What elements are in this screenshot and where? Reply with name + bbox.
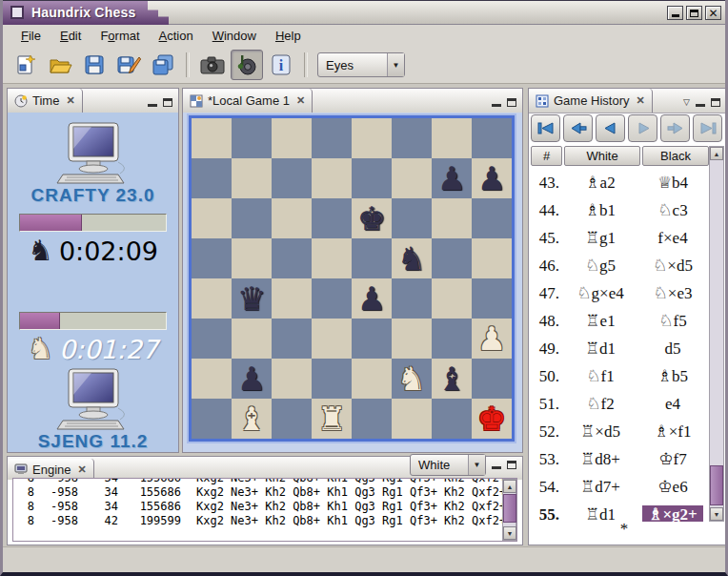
window-close-button[interactable]: ✕ — [705, 6, 721, 20]
board-square[interactable] — [432, 238, 472, 278]
board-square[interactable] — [392, 198, 432, 238]
black-move[interactable]: ♗×f1 — [638, 418, 707, 445]
black-pawn[interactable]: ♟ — [232, 359, 272, 399]
black-bishop[interactable]: ♝ — [432, 359, 472, 399]
white-move[interactable]: ♘g×e4 — [562, 279, 638, 307]
board-square[interactable] — [192, 118, 232, 158]
column-header-number[interactable]: # — [531, 146, 562, 166]
board-square[interactable] — [232, 158, 272, 198]
board-square[interactable] — [232, 118, 272, 158]
scroll-up-icon[interactable]: ▲ — [503, 480, 516, 493]
board-square[interactable] — [432, 319, 472, 359]
black-pawn[interactable]: ♟ — [432, 158, 472, 198]
snapshot-button[interactable] — [196, 50, 229, 80]
black-move[interactable]: d5 — [638, 335, 707, 362]
copy-button[interactable] — [147, 50, 179, 80]
board-square[interactable] — [312, 118, 352, 158]
black-pawn[interactable]: ♟ — [472, 158, 512, 198]
board-square[interactable] — [392, 278, 432, 319]
tab-local-game[interactable]: *Local Game 1 ✕ — [183, 89, 313, 113]
engine-scrollbar[interactable]: ▲ ▼ — [502, 479, 516, 541]
board-square[interactable] — [472, 359, 512, 399]
black-move[interactable]: ♔f7 — [638, 445, 707, 473]
board-square[interactable] — [392, 319, 432, 359]
board-square[interactable] — [272, 399, 312, 439]
menu-item-help[interactable]: Help — [267, 27, 310, 45]
white-move[interactable]: ♖d1 — [562, 501, 638, 522]
black-knight[interactable]: ♞ — [392, 238, 432, 278]
white-move[interactable]: ♖d7+ — [562, 473, 638, 501]
scrollbar-thumb[interactable] — [710, 465, 723, 505]
board-square[interactable] — [312, 198, 352, 238]
close-icon[interactable]: ✕ — [66, 94, 74, 107]
menu-item-file[interactable]: File — [12, 27, 50, 45]
board-square[interactable] — [352, 359, 392, 399]
board-square[interactable] — [272, 319, 312, 359]
save-as-button[interactable] — [112, 50, 145, 80]
view-menu-icon[interactable]: ▽ — [683, 97, 690, 107]
chess-board[interactable]: ♟♟♚♞♛♟♟♟♞♝♝♜♚ — [189, 115, 515, 442]
menu-item-action[interactable]: Action — [151, 27, 202, 45]
board-square[interactable] — [432, 118, 472, 158]
white-move[interactable]: ♖×d5 — [562, 418, 638, 445]
save-button[interactable] — [78, 50, 111, 80]
white-move[interactable]: ♘g5 — [562, 252, 638, 279]
black-move[interactable]: e4 — [638, 390, 707, 418]
board-square[interactable] — [272, 238, 312, 278]
black-move[interactable]: ♘×e3 — [638, 279, 707, 307]
history-scrollbar[interactable]: ▲ ▼ — [709, 146, 724, 522]
board-square[interactable] — [312, 238, 352, 278]
board-square[interactable] — [272, 158, 312, 198]
close-icon[interactable]: ✕ — [296, 94, 305, 107]
panel-maximize-icon[interactable] — [163, 98, 172, 107]
board-square[interactable] — [232, 198, 272, 238]
black-king[interactable]: ♚ — [352, 198, 392, 238]
piece-set-selector[interactable]: Eyes ▼ — [317, 52, 405, 77]
board-square[interactable] — [432, 278, 472, 319]
white-move[interactable]: ♖e1 — [562, 307, 638, 335]
white-king-in-check[interactable]: ♚ — [472, 399, 512, 439]
scroll-down-icon[interactable]: ▼ — [710, 507, 723, 521]
board-square[interactable] — [472, 118, 512, 158]
menu-item-format[interactable]: Format — [91, 27, 148, 45]
step-forward-button[interactable] — [628, 114, 657, 142]
board-square[interactable] — [432, 198, 472, 238]
board-square[interactable] — [192, 399, 232, 439]
tab-time[interactable]: Time ✕ — [8, 89, 83, 113]
info-button[interactable]: i — [265, 50, 297, 80]
white-move[interactable]: ♖g1 — [562, 224, 638, 252]
menu-item-window[interactable]: Window — [204, 27, 265, 45]
white-pawn[interactable]: ♟ — [472, 319, 512, 359]
window-maximize-button[interactable] — [686, 6, 702, 20]
white-move[interactable]: ♗a2 — [562, 169, 638, 196]
engine-side-selector[interactable]: White ▼ — [410, 454, 486, 476]
board-square[interactable] — [192, 158, 232, 198]
scrollbar-thumb[interactable] — [503, 494, 516, 523]
board-square[interactable] — [352, 118, 392, 158]
black-move[interactable]: ♔e6 — [638, 473, 707, 501]
column-header-white[interactable]: White — [564, 146, 640, 166]
panel-minimize-icon[interactable] — [148, 104, 157, 107]
white-move[interactable]: ♗b1 — [562, 196, 638, 224]
board-square[interactable] — [472, 278, 512, 319]
panel-minimize-icon[interactable] — [492, 104, 501, 107]
fast-backward-button[interactable] — [563, 114, 593, 142]
board-square[interactable] — [432, 399, 472, 439]
title-bar[interactable]: Haundrix Chess ✕ — [3, 0, 725, 25]
black-pawn[interactable]: ♟ — [352, 278, 392, 319]
tab-engine[interactable]: Engine ✕ — [8, 459, 94, 480]
black-move[interactable]: ♗×g2+ — [638, 501, 707, 522]
go-to-start-button[interactable] — [531, 114, 560, 142]
tab-game-history[interactable]: Game History ✕ — [529, 89, 653, 113]
board-square[interactable] — [392, 158, 432, 198]
open-button[interactable] — [44, 50, 76, 80]
panel-maximize-icon[interactable] — [507, 98, 516, 107]
black-move[interactable]: ♘×d5 — [638, 252, 707, 279]
black-move[interactable]: ♘f5 — [638, 307, 707, 335]
white-rook[interactable]: ♜ — [312, 399, 352, 439]
chevron-down-icon[interactable]: ▼ — [387, 53, 404, 76]
board-square[interactable] — [272, 118, 312, 158]
panel-minimize-icon[interactable] — [492, 466, 501, 469]
board-square[interactable] — [192, 359, 232, 399]
fast-forward-button[interactable] — [660, 114, 690, 142]
